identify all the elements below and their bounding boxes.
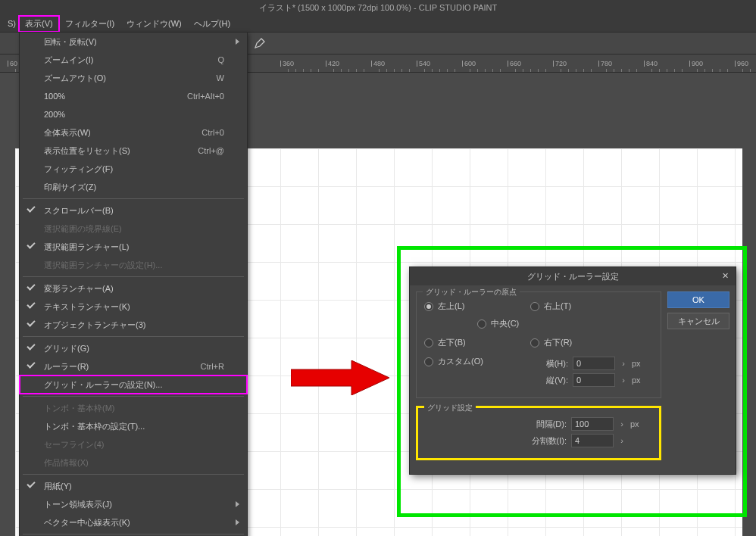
ruler-minor-tick <box>470 69 470 72</box>
menu-item[interactable]: オブジェクトランチャー(3) <box>20 316 247 334</box>
custom-v-input[interactable] <box>573 373 615 387</box>
radio-custom[interactable]: カスタム(O) <box>424 356 508 367</box>
chevron-right-icon[interactable]: › <box>620 376 627 385</box>
ruler-minor-tick <box>720 69 720 72</box>
ruler-minor-tick <box>356 69 357 72</box>
close-icon[interactable]: ✕ <box>717 269 733 282</box>
check-icon <box>27 341 35 350</box>
radio-top-right[interactable]: 右上(T) <box>530 301 636 312</box>
grid-group-title: グリッド設定 <box>424 403 476 413</box>
menu-item[interactable]: トーン領域表示(J) <box>20 495 247 513</box>
radio-bottom-right[interactable]: 右下(R) <box>530 337 636 348</box>
menu-separator <box>23 534 244 534</box>
radio-label: 右下(R) <box>544 337 572 348</box>
ruler-minor-tick <box>455 69 455 72</box>
menu-filter[interactable]: フィルター(I) <box>59 16 120 32</box>
divisions-input[interactable] <box>571 434 614 447</box>
menu-item: 作品情報(X) <box>20 453 247 472</box>
menu-item[interactable]: グリッド・ルーラーの設定(N)... <box>20 376 247 394</box>
radio-top-left[interactable]: 左上(L) <box>424 301 530 312</box>
ruler-tick: 840 <box>644 61 658 67</box>
ruler-minor-tick <box>394 69 395 72</box>
menu-shortcut: Ctrl+Alt+0 <box>187 87 224 105</box>
menu-item[interactable]: フィッティング(F) <box>20 160 247 178</box>
ruler-minor-tick <box>303 69 304 72</box>
menu-item[interactable]: ルーラー(R)Ctrl+R <box>20 357 247 376</box>
ruler-minor-tick <box>712 69 713 72</box>
menu-item[interactable]: 回転・反転(V) <box>20 33 247 51</box>
radio-icon <box>424 357 433 366</box>
ruler-minor-tick <box>348 69 349 72</box>
ruler-minor-tick <box>750 69 751 72</box>
check-icon <box>27 240 35 248</box>
radio-bottom-left[interactable]: 左下(B) <box>424 337 530 348</box>
menu-help[interactable]: ヘルプ(H) <box>188 16 236 32</box>
menu-item-label: 用紙(Y) <box>44 481 72 491</box>
menu-item[interactable]: テキストランチャー(K) <box>20 298 247 316</box>
check-icon <box>27 360 35 368</box>
menu-item[interactable]: グリッド(G) <box>20 339 247 357</box>
spacing-label: 間隔(D): <box>514 419 567 430</box>
menu-shortcut: Ctrl+R <box>201 357 224 376</box>
menu-item[interactable]: スクロールバー(B) <box>20 201 247 220</box>
check-icon <box>27 282 35 290</box>
ruler-minor-tick <box>523 69 523 72</box>
chevron-right-icon[interactable]: › <box>618 436 626 445</box>
ruler-minor-tick <box>409 69 410 72</box>
ruler-minor-tick <box>288 69 289 72</box>
menu-item[interactable]: 変形ランチャー(A) <box>20 279 247 298</box>
grid-settings-group: グリッド設定 間隔(D): › px 分割数(I): › <box>416 406 661 460</box>
menu-item[interactable]: 全体表示(W)Ctrl+0 <box>20 123 247 142</box>
radio-label: 中央(C) <box>491 318 519 329</box>
cancel-button[interactable]: キャンセル <box>667 313 729 329</box>
ruler-minor-tick <box>606 69 607 72</box>
dialog-title: グリッド・ルーラー設定 ✕ <box>410 267 736 285</box>
chevron-right-icon <box>236 519 239 525</box>
spacing-input[interactable] <box>571 417 614 431</box>
custom-h-input[interactable] <box>573 357 615 370</box>
ruler-minor-tick <box>485 69 486 72</box>
menu-item-label: ルーラー(R) <box>44 362 89 371</box>
ruler-minor-tick <box>576 69 576 72</box>
menu-item[interactable]: 表示位置をリセット(S)Ctrl+@ <box>20 142 247 160</box>
menu-item-label: 選択範囲ランチャー(L) <box>44 242 129 251</box>
menu-item[interactable]: 200% <box>20 105 247 123</box>
menu-item: セーフライン(4) <box>20 435 247 453</box>
menu-item-label: グリッド・ルーラーの設定(N)... <box>44 380 162 389</box>
pencil-icon[interactable] <box>254 37 266 49</box>
red-arrow-icon <box>291 360 389 395</box>
h-label: 横(H): <box>530 358 568 369</box>
menu-view[interactable]: 表示(V) <box>19 16 59 32</box>
menu-item[interactable]: 用紙(Y) <box>20 477 247 495</box>
menu-window[interactable]: ウィンドウ(W) <box>120 16 188 32</box>
menu-item[interactable]: ズームアウト(O)W <box>20 69 247 87</box>
menu-item-label: 回転・反転(V) <box>44 37 97 46</box>
ruler-tick: 720 <box>553 61 567 67</box>
ruler-minor-tick <box>704 69 705 72</box>
radio-icon <box>424 338 433 347</box>
menu-prev-truncated[interactable]: S) <box>2 17 19 30</box>
menu-item-label: 表示位置をリセット(S) <box>44 146 130 155</box>
ruler-minor-tick <box>500 69 501 72</box>
menu-item[interactable]: 選択範囲ランチャー(L) <box>20 238 247 256</box>
ruler-minor-tick <box>583 69 584 72</box>
menu-separator <box>23 396 244 397</box>
menu-item[interactable]: トンボ・基本枠の設定(T)... <box>20 417 247 435</box>
ruler-tick: 960 <box>735 61 748 67</box>
chevron-right-icon[interactable]: › <box>618 419 626 428</box>
ruler-tick: 540 <box>417 61 430 67</box>
menu-separator <box>23 336 244 337</box>
origin-group-title: グリッド・ルーラーの原点 <box>423 287 520 298</box>
chevron-right-icon[interactable]: › <box>620 359 627 368</box>
radio-center[interactable]: 中央(C) <box>477 318 583 329</box>
ruler-minor-tick <box>341 69 342 72</box>
ruler-tick: 480 <box>371 61 385 67</box>
ruler-minor-tick <box>15 69 16 72</box>
menu-item[interactable]: 100%Ctrl+Alt+0 <box>20 87 247 105</box>
ok-button[interactable]: OK <box>667 291 729 308</box>
menu-item[interactable]: ズームイン(I)Q <box>20 51 247 69</box>
menu-item[interactable]: ベクター中心線表示(K) <box>20 513 247 531</box>
ruler-minor-tick <box>621 69 622 72</box>
check-icon <box>27 204 35 212</box>
menu-item[interactable]: 印刷サイズ(Z) <box>20 178 247 196</box>
